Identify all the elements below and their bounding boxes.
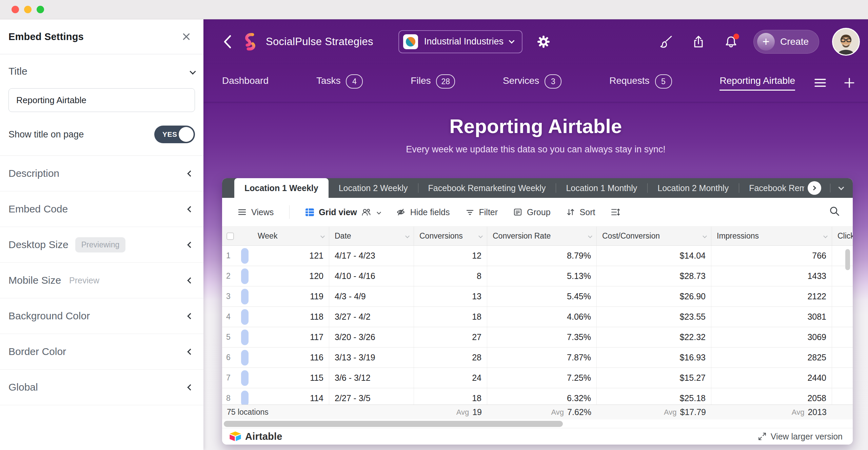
cell-cost-per-conversion[interactable]: $26.90 [597, 286, 711, 306]
select-all-checkbox[interactable] [226, 232, 234, 240]
cell-conversions[interactable]: 8 [414, 266, 487, 286]
airtable-tab-location-1-monthly[interactable]: Location 1 Monthly [556, 178, 647, 198]
section-border-color[interactable]: Border Color [0, 334, 203, 370]
vertical-scrollbar-thumb[interactable] [845, 249, 850, 270]
expand-record-button[interactable] [241, 289, 249, 304]
cell-conversions[interactable]: 18 [414, 388, 487, 405]
close-window-button[interactable] [12, 6, 19, 13]
section-description[interactable]: Description [0, 156, 203, 191]
cell-week[interactable]: 3119 [222, 286, 329, 306]
cell-week[interactable]: 7115 [222, 368, 329, 388]
section-title-header[interactable]: Title [8, 54, 195, 88]
cell-conversion-rate[interactable]: 5.45% [487, 286, 597, 306]
cell-impressions[interactable]: 766 [711, 246, 832, 266]
cell-week[interactable]: 8114 [222, 388, 329, 405]
cell-cost-per-conversion[interactable]: $15.27 [597, 368, 711, 388]
cell-impressions[interactable]: 1433 [711, 266, 832, 286]
expand-record-button[interactable] [241, 330, 249, 345]
airtable-tab-location-2-monthly[interactable]: Location 2 Monthly [647, 178, 739, 198]
column-header-clicks[interactable]: Clicks [832, 227, 853, 245]
cell-cost-per-conversion[interactable]: $23.55 [597, 307, 711, 327]
column-header-impressions[interactable]: Impressions [711, 227, 832, 245]
cell-cost-per-conversion[interactable]: $28.73 [597, 266, 711, 286]
airtable-tab-facebook-remar[interactable]: Facebook Remar [739, 178, 804, 198]
user-avatar[interactable] [832, 28, 860, 56]
scroll-tabs-button[interactable] [808, 181, 821, 195]
cell-impressions[interactable]: 2122 [711, 286, 832, 306]
section-desktop-size[interactable]: Desktop SizePreviewing [0, 227, 203, 263]
scrollbar-thumb[interactable] [224, 421, 563, 427]
cell-clicks[interactable] [832, 388, 853, 405]
add-tab-icon[interactable] [844, 78, 854, 88]
cell-cost-per-conversion[interactable]: $14.04 [597, 246, 711, 266]
title-input[interactable] [8, 88, 195, 112]
tabs-dropdown-icon[interactable] [839, 184, 844, 190]
cell-clicks[interactable] [832, 348, 853, 368]
nav-tab-requests[interactable]: Requests5 [609, 74, 672, 91]
cell-conversions[interactable]: 13 [414, 286, 487, 306]
airtable-tab-location-2-weekly[interactable]: Location 2 Weekly [329, 178, 418, 198]
expand-record-button[interactable] [241, 370, 249, 386]
cell-date[interactable]: 2/27 - 3/5 [329, 388, 414, 405]
cell-conversions[interactable]: 28 [414, 348, 487, 368]
expand-record-button[interactable] [241, 248, 249, 264]
cell-date[interactable]: 3/13 - 3/19 [329, 348, 414, 368]
cell-conversions[interactable]: 27 [414, 327, 487, 347]
cell-date[interactable]: 3/27 - 4/2 [329, 307, 414, 327]
cell-impressions[interactable]: 2440 [711, 368, 832, 388]
views-button[interactable]: Views [238, 207, 274, 217]
search-button[interactable] [829, 206, 840, 219]
horizontal-scrollbar[interactable] [222, 419, 853, 428]
row-height-button[interactable] [611, 208, 620, 217]
nav-tab-tasks[interactable]: Tasks4 [316, 74, 363, 91]
cell-conversions[interactable]: 24 [414, 368, 487, 388]
show-title-toggle[interactable]: YES [154, 126, 195, 143]
cell-week[interactable]: 1121 [222, 246, 329, 266]
nav-tab-services[interactable]: Services3 [503, 74, 561, 91]
workspace-selector[interactable]: Industrial Industries [398, 30, 522, 53]
airtable-tab-facebook-remarketing-weekly[interactable]: Facebook Remarketing Weekly [418, 178, 556, 198]
cell-week[interactable]: 6116 [222, 348, 329, 368]
back-icon[interactable] [223, 35, 232, 49]
nav-tab-files[interactable]: Files28 [411, 74, 455, 91]
cell-cost-per-conversion[interactable]: $25.18 [597, 388, 711, 405]
cell-date[interactable]: 4/3 - 4/9 [329, 286, 414, 306]
cell-conversions[interactable]: 18 [414, 307, 487, 327]
cell-conversion-rate[interactable]: 8.79% [487, 246, 597, 266]
cell-conversion-rate[interactable]: 7.25% [487, 368, 597, 388]
create-button[interactable]: + Create [753, 30, 819, 54]
cell-date[interactable]: 4/17 - 4/23 [329, 246, 414, 266]
brush-icon[interactable] [659, 35, 673, 49]
airtable-brand-link[interactable]: Airtable [229, 431, 282, 442]
cell-date[interactable]: 4/10 - 4/16 [329, 266, 414, 286]
cell-date[interactable]: 3/6 - 3/12 [329, 368, 414, 388]
section-global[interactable]: Global [0, 370, 203, 405]
cell-conversions[interactable]: 12 [414, 246, 487, 266]
column-header-cost-conversion[interactable]: Cost/Conversion [597, 227, 711, 245]
view-larger-link[interactable]: View larger version [758, 432, 843, 442]
grid-view-button[interactable]: Grid view [305, 207, 380, 217]
cell-week[interactable]: 4118 [222, 307, 329, 327]
cell-clicks[interactable] [832, 307, 853, 327]
column-header-conversions[interactable]: Conversions [414, 227, 487, 245]
cell-impressions[interactable]: 3081 [711, 307, 832, 327]
filter-button[interactable]: Filter [466, 207, 498, 217]
cell-clicks[interactable] [832, 368, 853, 388]
cell-week[interactable]: 5117 [222, 327, 329, 347]
column-header-conversion-rate[interactable]: Conversion Rate [487, 227, 597, 245]
share-icon[interactable] [692, 35, 705, 49]
gear-icon[interactable] [537, 35, 550, 49]
cell-week[interactable]: 2120 [222, 266, 329, 286]
nav-tab-reporting-airtable[interactable]: Reporting Airtable [719, 75, 795, 91]
sort-button[interactable]: Sort [566, 207, 595, 217]
expand-record-button[interactable] [241, 309, 249, 325]
expand-record-button[interactable] [241, 268, 249, 284]
cell-cost-per-conversion[interactable]: $16.93 [597, 348, 711, 368]
cell-date[interactable]: 3/20 - 3/26 [329, 327, 414, 347]
group-button[interactable]: Group [513, 207, 550, 217]
cell-impressions[interactable]: 2825 [711, 348, 832, 368]
section-embed-code[interactable]: Embed Code [0, 191, 203, 227]
section-mobile-size[interactable]: Mobile SizePreview [0, 263, 203, 298]
cell-conversion-rate[interactable]: 6.32% [487, 388, 597, 405]
cell-clicks[interactable] [832, 286, 853, 306]
